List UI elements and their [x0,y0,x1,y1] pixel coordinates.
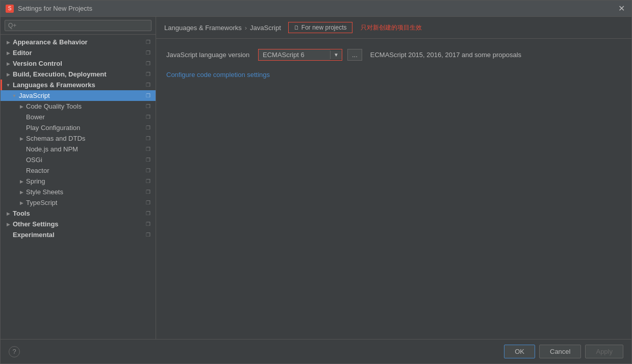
js-version-row: JavaScript language version ECMAScript 5… [166,49,621,61]
search-input[interactable] [5,20,151,31]
configure-link[interactable]: Configure code completion settings [166,71,270,79]
js-language-label: JavaScript language version [166,51,253,59]
title-bar: S Settings for New Projects ✕ [1,1,631,17]
copy-icon: ❐ [144,60,151,67]
sidebar-item-typescript[interactable]: ▶TypeScript❐ [1,197,156,208]
sidebar-item-label: Build, Execution, Deployment [13,70,142,78]
sidebar-item-label: Other Settings [13,220,142,228]
sidebar-item-label: OSGi [26,156,142,164]
tree-container: ▶Appearance & Behavior❐▶Editor❐▶Version … [1,35,156,339]
sidebar-item-label: Bower [26,113,142,121]
copy-icon: ❐ [144,178,151,185]
sidebar-item-label: Reactor [26,167,142,174]
expand-arrow [18,146,25,153]
copy-icon: ❐ [144,92,151,99]
ellipsis-button[interactable]: ... [347,49,362,61]
sidebar-item-javascript[interactable]: ▼JavaScript❐ [1,90,156,101]
sidebar-item-label: Style Sheets [26,188,142,196]
help-button[interactable]: ? [9,346,20,357]
expand-arrow [5,231,12,239]
copy-icon: ❐ [144,199,151,206]
copy-icon: ❐ [144,71,151,78]
expand-arrow [18,114,25,121]
close-button[interactable]: ✕ [616,4,626,14]
expand-arrow: ▶ [5,71,12,78]
copy-icon: ❐ [144,157,151,164]
sidebar-item-version-control[interactable]: ▶Version Control❐ [1,58,156,69]
version-select[interactable]: ECMAScript 5.1ECMAScript 6ECMAScript 201… [259,49,330,60]
sidebar-item-label: Spring [26,177,142,185]
copy-icon: ❐ [144,135,151,142]
sidebar-item-spring[interactable]: ▶Spring❐ [1,176,156,187]
sidebar-item-osgi[interactable]: OSGi❐ [1,154,156,165]
sidebar-item-stylesheets[interactable]: ▶Style Sheets❐ [1,187,156,197]
sidebar-item-label: Languages & Frameworks [13,81,142,89]
sidebar-item-label: Editor [13,49,142,57]
expand-arrow: ▶ [18,103,25,110]
version-description: ECMAScript 2015, 2016, 2017 and some pro… [370,51,521,59]
page-icon: 🗋 [294,24,299,31]
ok-button[interactable]: OK [504,345,535,358]
sidebar-item-label: Play Configuration [26,124,142,132]
search-box [1,17,156,35]
copy-icon: ❐ [144,103,151,110]
breadcrumb-part2: JavaScript [250,24,281,32]
expand-arrow: ▶ [18,135,25,142]
expand-arrow: ▶ [5,39,12,46]
sidebar-item-build[interactable]: ▶Build, Execution, Deployment❐ [1,69,156,80]
copy-icon: ❐ [144,124,151,132]
sidebar-item-schemas[interactable]: ▶Schemas and DTDs❐ [1,133,156,144]
expand-arrow: ▶ [5,60,12,67]
sidebar-item-tools[interactable]: ▶Tools❐ [1,208,156,219]
breadcrumb-bar: Languages & Frameworks › JavaScript 🗋 Fo… [156,17,631,39]
sidebar-item-languages[interactable]: ▼Languages & Frameworks❐ [1,80,156,90]
sidebar-item-label: Node.js and NPM [26,145,142,153]
expand-arrow: ▼ [5,82,12,89]
expand-arrow: ▶ [5,210,12,217]
copy-icon: ❐ [144,146,151,153]
app-icon: S [6,5,14,13]
expand-arrow [18,167,25,174]
sidebar-item-play-configuration[interactable]: Play Configuration❐ [1,122,156,133]
cancel-button[interactable]: Cancel [539,345,581,358]
sidebar-item-bower[interactable]: Bower❐ [1,112,156,122]
expand-arrow: ▶ [18,199,25,206]
sidebar-item-code-quality[interactable]: ▶Code Quality Tools❐ [1,101,156,112]
sidebar-item-nodejs[interactable]: Node.js and NPM❐ [1,144,156,154]
sidebar-item-label: Tools [13,210,142,217]
expand-arrow [18,124,25,132]
for-new-projects-box: 🗋 For new projects [288,22,352,33]
sidebar-item-reactor[interactable]: Reactor❐ [1,165,156,176]
expand-arrow: ▶ [18,189,25,196]
version-select-wrapper: ECMAScript 5.1ECMAScript 6ECMAScript 201… [258,49,342,61]
settings-dialog: S Settings for New Projects ✕ ▶Appearanc… [0,0,632,364]
copy-icon: ❐ [144,82,151,89]
bottom-bar: ? OK Cancel Apply [1,339,631,363]
chinese-note: 只对新创建的项目生效 [361,23,422,32]
content-area: ▶Appearance & Behavior❐▶Editor❐▶Version … [1,17,631,339]
expand-arrow: ▼ [11,92,18,99]
for-new-projects-label: For new projects [301,24,347,31]
sidebar-item-appearance[interactable]: ▶Appearance & Behavior❐ [1,37,156,47]
expand-arrow: ▶ [18,178,25,185]
main-content: Languages & Frameworks › JavaScript 🗋 Fo… [156,17,631,339]
sidebar-item-experimental[interactable]: Experimental❐ [1,229,156,240]
breadcrumb-arrow: › [245,24,247,32]
sidebar-item-editor[interactable]: ▶Editor❐ [1,47,156,58]
dialog-title: Settings for New Projects [18,5,92,12]
copy-icon: ❐ [144,49,151,57]
sidebar-item-other-settings[interactable]: ▶Other Settings❐ [1,219,156,229]
copy-icon: ❐ [144,39,151,46]
copy-icon: ❐ [144,114,151,121]
expand-arrow [18,157,25,164]
copy-icon: ❐ [144,189,151,196]
sidebar-item-label: Schemas and DTDs [26,135,142,142]
title-bar-left: S Settings for New Projects [6,5,92,13]
sidebar-item-label: TypeScript [26,199,142,206]
sidebar-item-label: JavaScript [19,92,142,99]
dropdown-arrow-btn[interactable]: ▼ [330,50,342,59]
expand-arrow: ▶ [5,221,12,228]
apply-button[interactable]: Apply [585,345,623,358]
settings-panel: JavaScript language version ECMAScript 5… [156,39,631,339]
breadcrumb-part1: Languages & Frameworks [164,24,242,32]
